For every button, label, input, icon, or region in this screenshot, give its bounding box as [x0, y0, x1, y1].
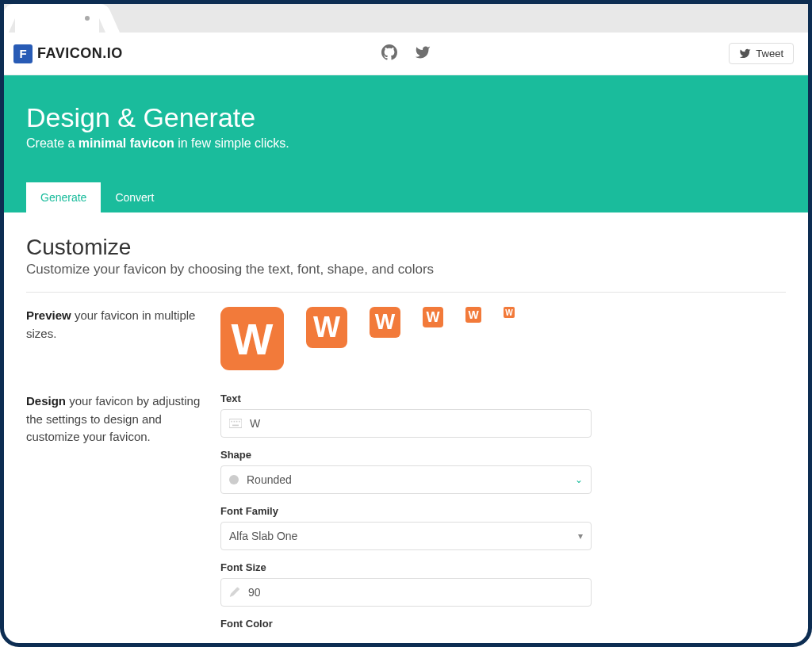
pencil-icon — [229, 587, 240, 598]
hero-title: Design & Generate — [26, 102, 786, 133]
svg-rect-0 — [229, 419, 242, 427]
svg-rect-4 — [239, 421, 240, 423]
preview-icons: W W W W W W — [220, 307, 786, 370]
tweet-button-label: Tweet — [756, 48, 783, 59]
font-size-input-wrap[interactable] — [220, 578, 592, 607]
svg-rect-1 — [231, 421, 232, 423]
twitter-icon — [739, 48, 751, 59]
favicon-preview-14: W — [504, 307, 515, 318]
svg-rect-5 — [232, 425, 239, 427]
preview-label: Preview your favicon in multiple sizes. — [26, 307, 220, 343]
hero-tabs: Generate Convert — [26, 182, 786, 212]
favicon-preview-26: W — [423, 307, 443, 327]
section-subheading: Customize your favicon by choosing the t… — [26, 262, 786, 278]
font-color-label: Font Color — [220, 618, 786, 630]
browser-tab-bar — [4, 4, 808, 33]
content: Customize Customize your favicon by choo… — [4, 212, 808, 641]
brand-name: FAVICON.IO — [37, 45, 123, 62]
divider — [26, 292, 786, 293]
favicon-preview-20: W — [465, 307, 481, 323]
font-family-value: Alfa Slab One — [229, 530, 578, 542]
brand-logo-icon: F — [13, 44, 33, 63]
navbar: F FAVICON.IO Tweet — [4, 33, 808, 75]
hero: Design & Generate Create a minimal favic… — [4, 75, 808, 212]
tab-convert[interactable]: Convert — [101, 182, 168, 212]
text-label: Text — [220, 392, 786, 404]
tab-status-dot — [85, 16, 90, 21]
font-size-input[interactable] — [248, 586, 583, 599]
keyboard-icon — [229, 419, 242, 428]
github-icon[interactable] — [381, 44, 397, 63]
shape-select[interactable]: Rounded ⌄ — [220, 465, 592, 494]
favicon-preview-39: W — [370, 307, 400, 338]
font-family-select[interactable]: Alfa Slab One ▾ — [220, 522, 592, 550]
shape-value: Rounded — [247, 473, 575, 486]
browser-tab[interactable] — [15, 4, 99, 33]
text-input[interactable] — [250, 417, 583, 430]
svg-rect-2 — [234, 421, 236, 423]
tweet-button[interactable]: Tweet — [729, 43, 794, 64]
favicon-preview-52: W — [306, 307, 347, 348]
section-heading: Customize — [26, 235, 786, 260]
favicon-preview-80: W — [220, 307, 284, 370]
font-size-label: Font Size — [220, 561, 786, 573]
brand-logo[interactable]: F FAVICON.IO — [13, 44, 123, 63]
design-label: Design your favicon by adjusting the set… — [26, 392, 220, 446]
svg-rect-3 — [236, 421, 238, 423]
chevron-down-icon: ⌄ — [575, 474, 583, 485]
text-input-wrap[interactable] — [220, 409, 592, 438]
circle-icon — [229, 475, 239, 484]
tab-generate[interactable]: Generate — [26, 182, 101, 212]
hero-subtitle: Create a minimal favicon in few simple c… — [26, 136, 786, 151]
font-family-label: Font Family — [220, 505, 786, 517]
shape-label: Shape — [220, 449, 786, 461]
caret-down-icon: ▾ — [578, 530, 583, 542]
twitter-icon[interactable] — [415, 44, 431, 63]
